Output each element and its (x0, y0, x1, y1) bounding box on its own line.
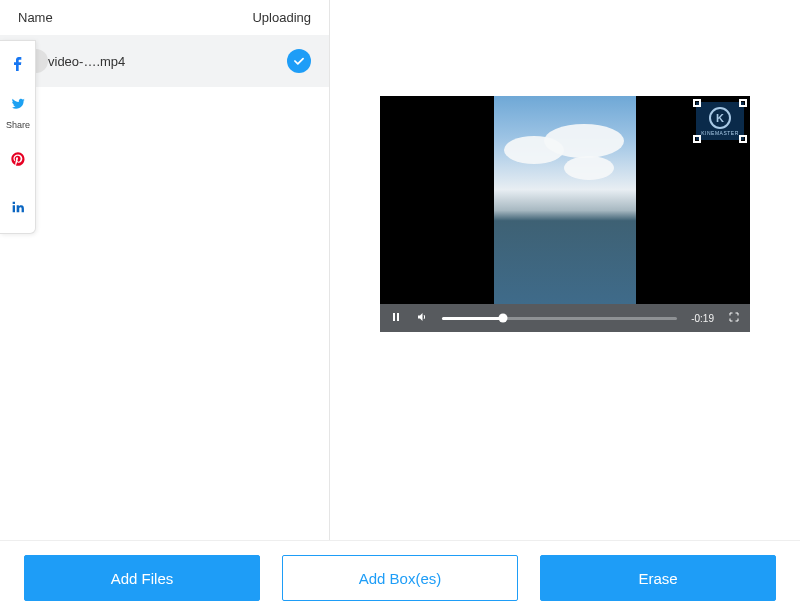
file-panel: Name Uploading video-….mp4 (0, 0, 330, 614)
share-linkedin[interactable] (0, 185, 36, 233)
seek-thumb[interactable] (499, 314, 508, 323)
video-frame[interactable]: K KINEMASTER (380, 96, 750, 304)
twitter-icon (10, 96, 26, 116)
upload-complete-icon (287, 49, 311, 73)
video-content (494, 96, 636, 304)
svg-rect-1 (397, 313, 399, 321)
fullscreen-button[interactable] (728, 309, 740, 327)
linkedin-icon (10, 199, 26, 219)
share-twitter[interactable]: Share (0, 89, 36, 137)
file-list: video-….mp4 (0, 35, 329, 614)
video-controls: -0:19 (380, 304, 750, 332)
watermark-text: KINEMASTER (701, 130, 739, 136)
pause-icon (390, 309, 402, 327)
file-headers: Name Uploading (0, 0, 329, 35)
facebook-icon (10, 55, 26, 75)
share-label: Share (6, 120, 30, 130)
seek-bar[interactable] (442, 317, 677, 320)
time-remaining: -0:19 (691, 313, 714, 324)
erase-button[interactable]: Erase (540, 555, 776, 601)
video-player: K KINEMASTER -0:19 (380, 96, 750, 332)
volume-icon (416, 309, 428, 327)
preview-panel: K KINEMASTER -0:19 (330, 0, 800, 614)
social-share-bar: Share (0, 40, 36, 234)
add-boxes-button[interactable]: Add Box(es) (282, 555, 518, 601)
volume-button[interactable] (416, 309, 428, 327)
app-root: Share Name Uploading video-….mp4 (0, 0, 800, 614)
svg-rect-0 (393, 313, 395, 321)
add-files-button[interactable]: Add Files (24, 555, 260, 601)
watermark-logo-icon: K (709, 107, 731, 129)
action-bar: Add Files Add Box(es) Erase (0, 540, 800, 614)
seek-progress (442, 317, 503, 320)
fullscreen-icon (728, 309, 740, 327)
pause-button[interactable] (390, 309, 402, 327)
header-uploading: Uploading (252, 10, 311, 25)
pinterest-icon (10, 151, 26, 171)
share-facebook[interactable] (0, 41, 36, 89)
file-row[interactable]: video-….mp4 (0, 35, 329, 87)
share-pinterest[interactable] (0, 137, 36, 185)
watermark: K KINEMASTER (696, 102, 744, 140)
header-name: Name (18, 10, 252, 25)
file-name: video-….mp4 (48, 54, 287, 69)
